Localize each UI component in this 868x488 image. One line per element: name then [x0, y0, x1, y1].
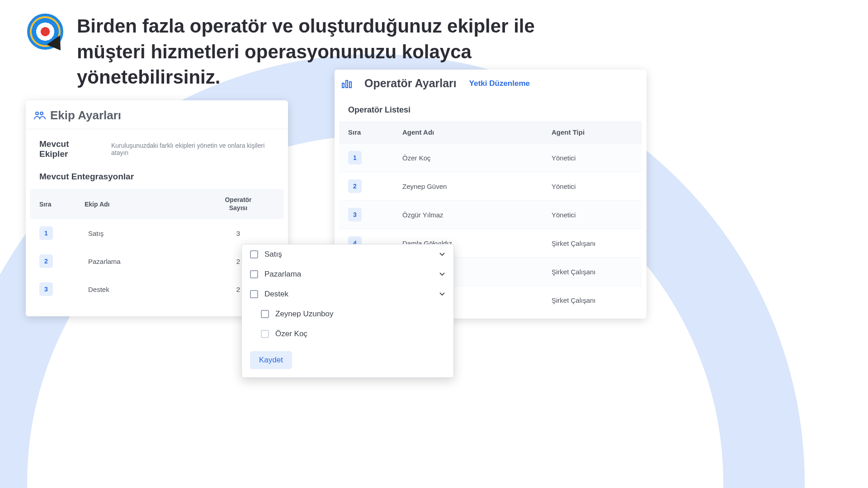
- col-agent-type: Agent Tipi: [552, 128, 633, 136]
- permissions-link[interactable]: Yetki Düzenleme: [469, 79, 530, 88]
- group-label: Pazarlama: [264, 270, 433, 279]
- svg-point-1: [40, 112, 43, 115]
- chevron-down-icon[interactable]: [439, 251, 445, 258]
- checkbox[interactable]: [250, 290, 258, 298]
- operator-list-title: Operatör Listesi: [339, 96, 642, 121]
- table-row[interactable]: 1 Özer Koç Yönetici: [339, 143, 642, 172]
- checkbox[interactable]: [250, 250, 258, 258]
- integrations-title: Mevcut Entegrasyonlar: [26, 167, 288, 189]
- dropdown-group[interactable]: Satış: [242, 244, 453, 264]
- current-teams-title: Mevcut Ekipler: [39, 139, 97, 159]
- dropdown-member[interactable]: Özer Koç: [242, 324, 453, 344]
- row-agent-type: Şirket Çalışanı: [552, 239, 633, 247]
- row-badge: 3: [39, 282, 53, 296]
- operator-panel-title: Operatör Ayarları: [364, 77, 457, 90]
- svg-point-0: [36, 112, 38, 115]
- row-agent-type: Yönetici: [552, 154, 633, 162]
- col-order: Sıra: [348, 128, 402, 136]
- target-icon: [27, 14, 63, 50]
- teams-table-header: Sıra Ekip Adı Operatör Sayısı: [30, 189, 283, 219]
- col-op-count-l1: Operatör: [225, 196, 251, 203]
- row-team-name: Destek: [85, 286, 202, 293]
- member-label: Özer Koç: [275, 329, 445, 338]
- row-badge: 1: [39, 226, 53, 240]
- row-agent-type: Yönetici: [552, 183, 633, 190]
- row-agent-name: Özer Koç: [402, 154, 552, 162]
- row-agent-name: Özgür Yılmaz: [402, 211, 552, 219]
- row-team-name: Pazarlama: [85, 258, 202, 265]
- checkbox[interactable]: [250, 270, 258, 278]
- operator-panel-header: Operatör Ayarları Yetki Düzenleme: [335, 70, 646, 96]
- row-agent-type: Yönetici: [552, 211, 633, 219]
- group-label: Destek: [264, 290, 433, 299]
- team-subheader: Mevcut Ekipler Kuruluşunuzdaki farklı ek…: [26, 129, 288, 167]
- table-row[interactable]: 2 Zeynep Güven Yönetici: [339, 172, 642, 200]
- team-icon: [34, 111, 46, 120]
- svg-rect-4: [349, 82, 351, 88]
- row-agent-type: Şirket Çalışanı: [552, 268, 633, 276]
- svg-rect-2: [342, 83, 344, 88]
- team-panel-title: Ekip Ayarları: [50, 108, 121, 122]
- table-row[interactable]: 1 Satış 3: [30, 219, 283, 247]
- svg-rect-3: [346, 80, 348, 88]
- member-label: Zeynep Uzunboy: [275, 310, 445, 319]
- team-panel-header: Ekip Ayarları: [26, 100, 288, 129]
- row-badge: 2: [39, 254, 53, 268]
- save-button[interactable]: Kaydet: [250, 351, 292, 369]
- row-op-count: 3: [202, 230, 274, 237]
- row-badge: 2: [348, 179, 362, 193]
- dropdown-group[interactable]: Destek: [242, 284, 453, 304]
- operator-table-header: Sıra Agent Adı Agent Tipi: [339, 121, 642, 143]
- group-label: Satış: [264, 250, 433, 259]
- row-badge: 1: [348, 151, 362, 164]
- checkbox[interactable]: [261, 310, 269, 318]
- row-agent-name: Zeynep Güven: [402, 183, 552, 190]
- col-agent-name: Agent Adı: [402, 128, 552, 136]
- row-team-name: Satış: [85, 230, 202, 237]
- row-badge: 3: [348, 208, 362, 221]
- row-agent-type: Şirket Çalışanı: [552, 296, 633, 304]
- col-op-count: Operatör Sayısı: [202, 196, 274, 212]
- col-team-name: Ekip Adı: [85, 201, 202, 208]
- team-assign-dropdown: Satış Pazarlama Destek Zeynep Uzunboy Öz…: [241, 244, 454, 378]
- current-teams-desc: Kuruluşunuzdaki farklı ekipleri yönetin …: [111, 142, 274, 156]
- dropdown-group[interactable]: Pazarlama: [242, 264, 453, 284]
- chevron-down-icon[interactable]: [439, 291, 445, 297]
- chevron-down-icon[interactable]: [439, 271, 445, 277]
- bar-chart-icon: [342, 79, 352, 89]
- col-op-count-l2: Sayısı: [229, 204, 247, 211]
- table-row[interactable]: 3 Özgür Yılmaz Yönetici: [339, 200, 642, 229]
- checkbox[interactable]: [261, 330, 269, 338]
- col-order: Sıra: [39, 201, 85, 208]
- dropdown-member[interactable]: Zeynep Uzunboy: [242, 304, 453, 324]
